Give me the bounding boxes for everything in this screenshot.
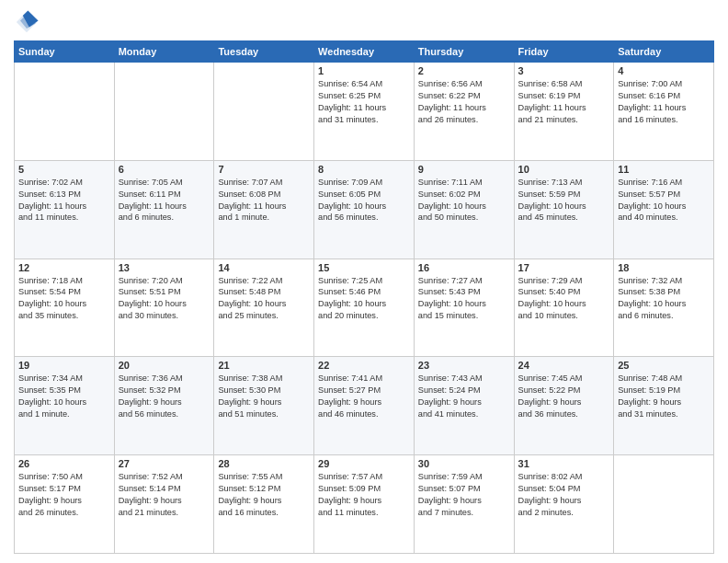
calendar-cell: 15Sunrise: 7:25 AM Sunset: 5:46 PM Dayli…: [314, 259, 415, 357]
calendar-cell: [15, 63, 115, 161]
calendar-cell: 16Sunrise: 7:27 AM Sunset: 5:43 PM Dayli…: [414, 259, 514, 357]
day-info: Sunrise: 7:34 AM Sunset: 5:35 PM Dayligh…: [18, 373, 110, 420]
calendar-week-2: 5Sunrise: 7:02 AM Sunset: 6:13 PM Daylig…: [15, 160, 714, 259]
day-info: Sunrise: 7:43 AM Sunset: 5:24 PM Dayligh…: [418, 373, 510, 420]
calendar-cell: 24Sunrise: 7:45 AM Sunset: 5:22 PM Dayli…: [514, 357, 614, 455]
weekday-header-thursday: Thursday: [414, 41, 514, 63]
weekday-header-sunday: Sunday: [15, 41, 115, 63]
day-info: Sunrise: 7:27 AM Sunset: 5:43 PM Dayligh…: [418, 275, 510, 323]
calendar-week-1: 1Sunrise: 6:54 AM Sunset: 6:25 PM Daylig…: [15, 63, 714, 161]
calendar-cell: 10Sunrise: 7:13 AM Sunset: 5:59 PM Dayli…: [514, 160, 614, 259]
day-number: 9: [418, 164, 510, 175]
header: [14, 9, 714, 35]
calendar-cell: 1Sunrise: 6:54 AM Sunset: 6:25 PM Daylig…: [314, 63, 415, 161]
day-info: Sunrise: 6:56 AM Sunset: 6:22 PM Dayligh…: [418, 78, 510, 126]
day-number: 30: [418, 458, 510, 469]
calendar-cell: 27Sunrise: 7:52 AM Sunset: 5:14 PM Dayli…: [114, 455, 214, 554]
calendar-cell: 29Sunrise: 7:57 AM Sunset: 5:09 PM Dayli…: [314, 455, 415, 554]
calendar-cell: 5Sunrise: 7:02 AM Sunset: 6:13 PM Daylig…: [15, 160, 115, 259]
calendar-cell: 28Sunrise: 7:55 AM Sunset: 5:12 PM Dayli…: [214, 455, 314, 554]
day-info: Sunrise: 6:54 AM Sunset: 6:25 PM Dayligh…: [318, 78, 410, 126]
day-info: Sunrise: 7:59 AM Sunset: 5:07 PM Dayligh…: [418, 471, 510, 519]
day-number: 27: [119, 458, 210, 469]
weekday-header-friday: Friday: [514, 41, 614, 63]
calendar-cell: 2Sunrise: 6:56 AM Sunset: 6:22 PM Daylig…: [414, 63, 514, 161]
calendar-cell: 13Sunrise: 7:20 AM Sunset: 5:51 PM Dayli…: [114, 259, 214, 357]
day-info: Sunrise: 7:25 AM Sunset: 5:46 PM Dayligh…: [318, 275, 410, 323]
day-info: Sunrise: 7:50 AM Sunset: 5:17 PM Dayligh…: [18, 471, 110, 519]
calendar-cell: 6Sunrise: 7:05 AM Sunset: 6:11 PM Daylig…: [114, 160, 214, 259]
day-number: 14: [218, 262, 310, 273]
day-number: 10: [518, 164, 610, 175]
day-info: Sunrise: 7:29 AM Sunset: 5:40 PM Dayligh…: [518, 275, 610, 323]
logo: [14, 9, 43, 35]
calendar-cell: 4Sunrise: 7:00 AM Sunset: 6:16 PM Daylig…: [614, 63, 714, 161]
day-number: 20: [119, 360, 210, 371]
day-number: 22: [318, 360, 410, 371]
day-number: 3: [518, 65, 610, 76]
day-info: Sunrise: 7:05 AM Sunset: 6:11 PM Dayligh…: [119, 177, 210, 224]
day-info: Sunrise: 7:55 AM Sunset: 5:12 PM Dayligh…: [218, 471, 310, 519]
day-info: Sunrise: 7:02 AM Sunset: 6:13 PM Dayligh…: [18, 177, 110, 224]
day-number: 26: [18, 458, 110, 469]
day-info: Sunrise: 7:22 AM Sunset: 5:48 PM Dayligh…: [218, 275, 310, 323]
calendar-cell: 3Sunrise: 6:58 AM Sunset: 6:19 PM Daylig…: [514, 63, 614, 161]
calendar-cell: 17Sunrise: 7:29 AM Sunset: 5:40 PM Dayli…: [514, 259, 614, 357]
weekday-header-wednesday: Wednesday: [314, 41, 415, 63]
calendar-cell: 19Sunrise: 7:34 AM Sunset: 5:35 PM Dayli…: [15, 357, 115, 455]
day-number: 15: [318, 262, 410, 273]
calendar-week-4: 19Sunrise: 7:34 AM Sunset: 5:35 PM Dayli…: [15, 357, 714, 455]
calendar-cell: 8Sunrise: 7:09 AM Sunset: 6:05 PM Daylig…: [314, 160, 415, 259]
day-info: Sunrise: 7:45 AM Sunset: 5:22 PM Dayligh…: [518, 373, 610, 420]
weekday-header-saturday: Saturday: [614, 41, 714, 63]
day-number: 12: [18, 262, 110, 273]
day-number: 8: [318, 164, 410, 175]
day-info: Sunrise: 8:02 AM Sunset: 5:04 PM Dayligh…: [518, 471, 610, 519]
day-info: Sunrise: 7:16 AM Sunset: 5:57 PM Dayligh…: [618, 177, 710, 224]
day-info: Sunrise: 7:09 AM Sunset: 6:05 PM Dayligh…: [318, 177, 410, 224]
day-number: 25: [618, 360, 710, 371]
calendar-cell: 26Sunrise: 7:50 AM Sunset: 5:17 PM Dayli…: [15, 455, 115, 554]
day-info: Sunrise: 7:18 AM Sunset: 5:54 PM Dayligh…: [18, 275, 110, 323]
day-number: 21: [218, 360, 310, 371]
calendar-table: SundayMondayTuesdayWednesdayThursdayFrid…: [14, 40, 714, 554]
day-number: 23: [418, 360, 510, 371]
day-info: Sunrise: 7:36 AM Sunset: 5:32 PM Dayligh…: [119, 373, 210, 420]
day-info: Sunrise: 7:32 AM Sunset: 5:38 PM Dayligh…: [618, 275, 710, 323]
day-number: 11: [618, 164, 710, 175]
day-number: 2: [418, 65, 510, 76]
calendar-cell: 23Sunrise: 7:43 AM Sunset: 5:24 PM Dayli…: [414, 357, 514, 455]
page: SundayMondayTuesdayWednesdayThursdayFrid…: [0, 0, 728, 563]
logo-icon: [14, 9, 40, 35]
calendar-cell: 20Sunrise: 7:36 AM Sunset: 5:32 PM Dayli…: [114, 357, 214, 455]
day-info: Sunrise: 7:20 AM Sunset: 5:51 PM Dayligh…: [119, 275, 210, 323]
calendar-cell: 11Sunrise: 7:16 AM Sunset: 5:57 PM Dayli…: [614, 160, 714, 259]
day-info: Sunrise: 7:07 AM Sunset: 6:08 PM Dayligh…: [218, 177, 310, 224]
calendar-cell: 18Sunrise: 7:32 AM Sunset: 5:38 PM Dayli…: [614, 259, 714, 357]
day-info: Sunrise: 7:00 AM Sunset: 6:16 PM Dayligh…: [618, 78, 710, 126]
calendar-week-3: 12Sunrise: 7:18 AM Sunset: 5:54 PM Dayli…: [15, 259, 714, 357]
day-number: 13: [119, 262, 210, 273]
day-info: Sunrise: 7:52 AM Sunset: 5:14 PM Dayligh…: [119, 471, 210, 519]
day-number: 31: [518, 458, 610, 469]
calendar-cell: 30Sunrise: 7:59 AM Sunset: 5:07 PM Dayli…: [414, 455, 514, 554]
weekday-header-tuesday: Tuesday: [214, 41, 314, 63]
calendar-cell: [614, 455, 714, 554]
day-number: 18: [618, 262, 710, 273]
calendar-cell: [214, 63, 314, 161]
day-number: 1: [318, 65, 410, 76]
day-info: Sunrise: 7:41 AM Sunset: 5:27 PM Dayligh…: [318, 373, 410, 420]
day-number: 19: [18, 360, 110, 371]
day-number: 17: [518, 262, 610, 273]
calendar-cell: 25Sunrise: 7:48 AM Sunset: 5:19 PM Dayli…: [614, 357, 714, 455]
day-number: 5: [18, 164, 110, 175]
weekday-header-row: SundayMondayTuesdayWednesdayThursdayFrid…: [15, 41, 714, 63]
calendar-cell: [114, 63, 214, 161]
calendar-cell: 9Sunrise: 7:11 AM Sunset: 6:02 PM Daylig…: [414, 160, 514, 259]
calendar-cell: 21Sunrise: 7:38 AM Sunset: 5:30 PM Dayli…: [214, 357, 314, 455]
calendar-cell: 12Sunrise: 7:18 AM Sunset: 5:54 PM Dayli…: [15, 259, 115, 357]
day-info: Sunrise: 7:11 AM Sunset: 6:02 PM Dayligh…: [418, 177, 510, 224]
day-info: Sunrise: 6:58 AM Sunset: 6:19 PM Dayligh…: [518, 78, 610, 126]
day-info: Sunrise: 7:48 AM Sunset: 5:19 PM Dayligh…: [618, 373, 710, 420]
day-number: 16: [418, 262, 510, 273]
